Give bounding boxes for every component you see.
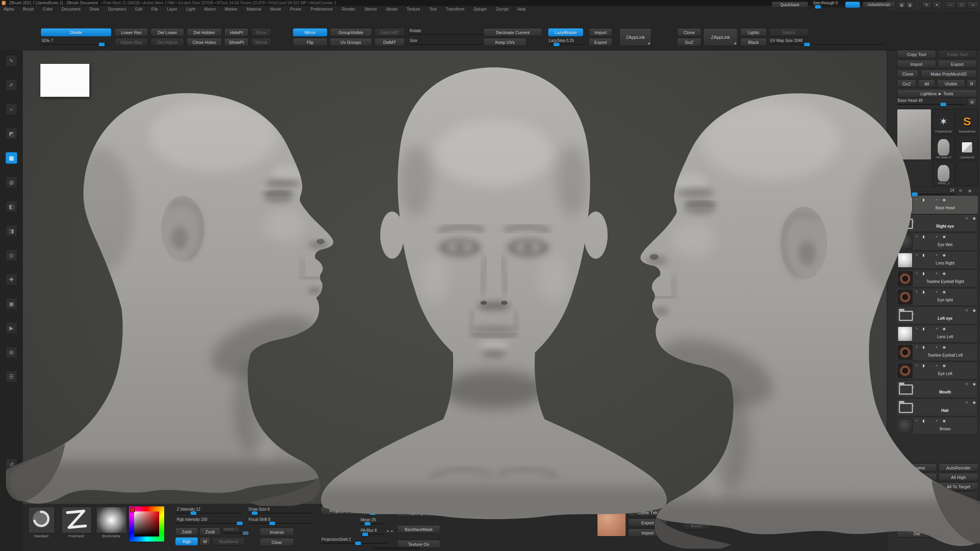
- del-higher-button[interactable]: Del Higher: [151, 38, 184, 46]
- uv-icon[interactable]: ◌: [929, 345, 931, 349]
- gradient-icon[interactable]: ◨: [5, 225, 17, 237]
- menu-macro[interactable]: Macro: [204, 7, 216, 11]
- uv-icon[interactable]: ◌: [929, 364, 931, 368]
- inflate-step-up-icon[interactable]: ▸: [829, 519, 837, 526]
- flip-button[interactable]: Flip: [293, 38, 327, 46]
- standard-brush-thumbnail[interactable]: [28, 507, 55, 533]
- subtool-thumbnail[interactable]: [898, 290, 913, 304]
- subtool-row-eye-wet[interactable]: ✎▮◌✦◉ Eye Wet: [896, 233, 978, 250]
- subtool-row-eyeball-right[interactable]: ✎▮◌✦◉ Tearline Eyeball Right: [896, 270, 978, 287]
- gear-icon[interactable]: ⚙: [965, 401, 968, 404]
- group-visible-button[interactable]: GroupVisible: [330, 28, 372, 36]
- spotlight-icon[interactable]: ◎: [5, 249, 17, 261]
- slider-handle[interactable]: [771, 524, 777, 528]
- lightbox-tools-button[interactable]: Lightbox ► Tools: [897, 89, 977, 98]
- switch-button[interactable]: Switch: [769, 28, 808, 36]
- slider-handle[interactable]: [554, 43, 559, 46]
- texture-flip-button[interactable]: Flip: [683, 511, 710, 520]
- uv-icon[interactable]: ◌: [929, 253, 931, 257]
- panel-grid-icon[interactable]: ▤: [898, 2, 906, 9]
- del-all-button[interactable]: Del All: [938, 529, 978, 538]
- subtool-thumbnail[interactable]: [898, 234, 913, 249]
- subtool-row-base-head[interactable]: ✎▮◌✦◉ Base Head: [896, 196, 978, 214]
- history-icon[interactable]: ↺: [5, 459, 17, 470]
- camera-icon[interactable]: ▣: [5, 298, 17, 310]
- menu-tool[interactable]: Tool: [429, 7, 437, 11]
- folder-caret-icon[interactable]: ›: [913, 385, 914, 390]
- draw-size-slider[interactable]: Draw Size 8: [248, 507, 313, 515]
- sculpt-canvas[interactable]: [22, 50, 887, 551]
- subtool-row-lens-left[interactable]: ✎▮◌✦◉ Lens Left: [896, 325, 978, 343]
- shader-icon[interactable]: ✦: [935, 198, 938, 202]
- tool-clone-button[interactable]: Clone: [897, 70, 919, 78]
- slider-handle[interactable]: [815, 5, 821, 9]
- uv-icon[interactable]: ◌: [929, 235, 931, 239]
- visibility-eye-icon[interactable]: ◉: [942, 235, 946, 239]
- r-button[interactable]: R: [967, 98, 977, 106]
- lower-res-button[interactable]: Lower Res: [114, 28, 148, 36]
- edit-icon[interactable]: ✎: [915, 327, 918, 331]
- divide-button[interactable]: Divide: [41, 28, 111, 36]
- maximize-button[interactable]: □: [956, 2, 967, 9]
- rename-button[interactable]: Rename: [897, 464, 937, 472]
- menu-help[interactable]: Help: [517, 7, 526, 11]
- menu-alpha[interactable]: Alpha: [4, 7, 14, 11]
- menu-render[interactable]: Render: [342, 7, 355, 11]
- stroke-icon[interactable]: ≈: [5, 103, 17, 115]
- maxblend-button[interactable]: MaxBlend: [212, 537, 245, 546]
- menu-texture[interactable]: Texture: [407, 7, 420, 11]
- paint-icon[interactable]: ▮: [923, 272, 925, 276]
- brush-icon[interactable]: ✐: [5, 79, 17, 91]
- uv-icon[interactable]: ◌: [929, 272, 931, 276]
- switch-mt-button[interactable]: SwitchMT: [374, 28, 405, 36]
- shader-icon[interactable]: ✦: [935, 419, 938, 423]
- slider-handle[interactable]: [370, 511, 376, 515]
- copy-tool-button[interactable]: Copy Tool: [897, 50, 936, 58]
- slider-handle[interactable]: [237, 522, 243, 525]
- layers-icon[interactable]: ☰: [5, 371, 17, 382]
- texture-import-button[interactable]: Import: [628, 529, 667, 537]
- step-right-icon[interactable]: ▸: [391, 529, 393, 533]
- subtool-thumbnail[interactable]: [898, 271, 913, 286]
- panel-list-icon[interactable]: ▥: [906, 2, 914, 9]
- folder-caret-icon[interactable]: ›: [913, 219, 914, 224]
- slider-handle[interactable]: [243, 531, 249, 535]
- shader-icon[interactable]: ✦: [935, 345, 938, 349]
- menu-movie[interactable]: Movie: [270, 7, 281, 11]
- make-polymesh3d-button[interactable]: Make PolyMesh3D: [920, 70, 977, 78]
- subtool-row-eye-right[interactable]: ✎▮◌✦◉ Eye right: [896, 288, 978, 306]
- default-zscript-button[interactable]: DefaultZScript: [862, 2, 895, 8]
- m-button[interactable]: M: [200, 537, 211, 546]
- visibility-eye-icon[interactable]: ◉: [942, 272, 946, 276]
- uv-icon[interactable]: ◌: [929, 198, 931, 202]
- goz-all-button[interactable]: All: [918, 80, 935, 88]
- z-intensity-slider[interactable]: Z Intensity 12: [176, 507, 242, 515]
- slider-handle[interactable]: [940, 103, 946, 106]
- empty-tool-slot[interactable]: [956, 161, 978, 186]
- menu-material[interactable]: Material: [247, 7, 261, 11]
- grow-button[interactable]: Grow: [251, 28, 271, 36]
- edit-icon[interactable]: ✎: [915, 290, 918, 294]
- texture-thumbnail[interactable]: [597, 508, 626, 536]
- subtool-thumbnail[interactable]: [898, 419, 913, 433]
- edit-icon[interactable]: ✎: [915, 253, 918, 257]
- mean-slider[interactable]: Mean 25: [360, 517, 384, 526]
- alpha-thumbnail[interactable]: [96, 507, 127, 533]
- projection-shell-slider[interactable]: ProjectionShell 2: [321, 537, 387, 545]
- imbed-slider[interactable]: Imbed 2: [223, 527, 245, 535]
- visibility-eye-icon[interactable]: ◉: [973, 216, 976, 220]
- menu-marker[interactable]: Marker: [225, 7, 238, 11]
- current-stroke-slot[interactable]: FreeHand: [62, 507, 91, 538]
- uv-icon[interactable]: ◌: [929, 290, 931, 294]
- freehand-stroke-thumbnail[interactable]: [62, 507, 92, 533]
- subtool-row-brows[interactable]: ✎▮◌✦◉ Brows: [896, 417, 978, 435]
- rgb-button[interactable]: Rgb: [175, 537, 198, 546]
- close-holes-button[interactable]: Close Holes: [187, 38, 222, 46]
- edit-icon[interactable]: ✎: [915, 364, 918, 368]
- split-button[interactable]: Split: [897, 511, 937, 519]
- tool-import-button[interactable]: Import: [897, 60, 936, 68]
- paste-subtool-button[interactable]: Paste: [938, 492, 978, 500]
- subtool-row-lens-right[interactable]: ✎▮◌✦◉ Lens Right: [896, 251, 978, 269]
- subtool-folder-hair[interactable]: › ⚙◉ Hair: [896, 399, 978, 416]
- menu-transform[interactable]: Transform: [446, 7, 464, 11]
